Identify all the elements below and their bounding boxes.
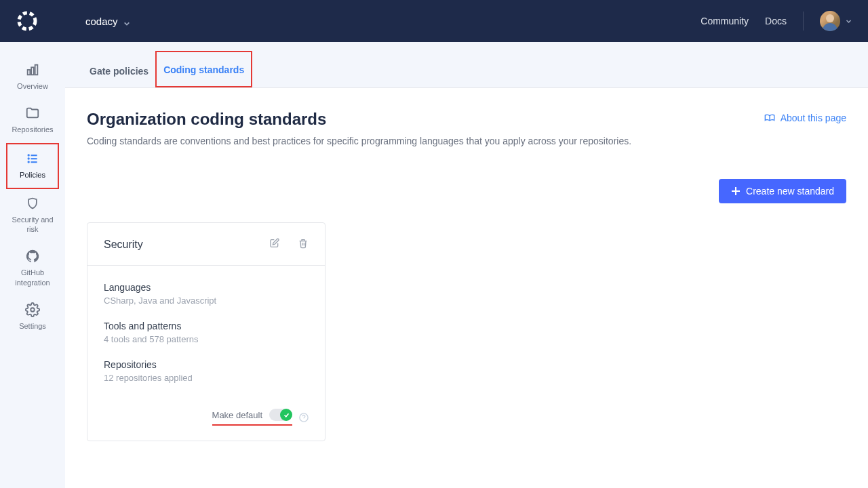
svg-point-8 [28, 161, 30, 163]
delete-button[interactable] [298, 238, 309, 251]
sidebar-item-label: Settings [19, 321, 46, 331]
action-row: Create new standard [87, 179, 846, 203]
tab-bar: Gate policies Coding standards [65, 42, 868, 88]
content: Organization coding standards Coding sta… [65, 88, 868, 463]
card-header: Security [87, 223, 325, 266]
sidebar-item-label: Security and risk [9, 215, 56, 235]
make-default-toggle[interactable] [269, 409, 292, 421]
svg-rect-1 [28, 70, 31, 75]
sidebar-item-label: Repositories [12, 125, 53, 134]
card-title: Security [104, 239, 143, 251]
make-default-control: Make default [212, 409, 292, 426]
svg-point-0 [19, 13, 35, 29]
field-value: 12 repositories applied [104, 373, 309, 383]
edit-button[interactable] [269, 238, 280, 251]
field-label: Repositories [104, 359, 309, 370]
sidebar-item-label: GitHub integration [9, 268, 56, 287]
org-selector[interactable]: codacy [85, 16, 130, 27]
svg-rect-5 [31, 155, 37, 156]
create-new-standard-button[interactable]: Create new standard [719, 179, 846, 203]
docs-link[interactable]: Docs [765, 16, 787, 26]
tab-coding-standards[interactable]: Coding standards [155, 51, 252, 87]
sidebar-item-repositories[interactable]: Repositories [6, 99, 59, 142]
svg-rect-9 [31, 161, 37, 163]
field-languages: Languages CSharp, Java and Javascript [104, 282, 309, 306]
plus-icon [731, 186, 741, 196]
page-description: Coding standards are conventions and bes… [87, 136, 631, 146]
field-label: Languages [104, 282, 309, 293]
logo-area: codacy [16, 10, 130, 32]
card-footer: Make default [87, 402, 325, 441]
about-this-page-label: About this page [781, 113, 846, 123]
bar-chart-icon [25, 62, 40, 77]
sidebar-item-github[interactable]: GitHub integration [6, 242, 59, 296]
org-name: codacy [85, 16, 118, 27]
sidebar: Overview Repositories Policies Security … [0, 42, 65, 488]
chevron-down-icon [123, 18, 130, 24]
folder-icon [25, 106, 40, 121]
main: Gate policies Coding standards Organizat… [65, 42, 868, 488]
field-repositories: Repositories 12 repositories applied [104, 359, 309, 383]
sidebar-item-settings[interactable]: Settings [6, 296, 59, 339]
sidebar-item-label: Overview [17, 81, 48, 91]
card-actions [269, 238, 309, 251]
page-title: Organization coding standards [87, 110, 631, 129]
chevron-down-icon [846, 16, 852, 26]
list-icon [25, 151, 40, 166]
community-link[interactable]: Community [701, 16, 749, 26]
page-header: Organization coding standards Coding sta… [87, 110, 846, 146]
topbar-divider [803, 12, 804, 30]
sidebar-item-label: Policies [20, 170, 45, 180]
gear-icon [25, 302, 40, 317]
book-icon [764, 113, 775, 123]
standard-card: Security Languages CSharp, Java and Java… [87, 222, 326, 441]
help-icon[interactable] [299, 413, 309, 422]
svg-point-10 [31, 308, 35, 312]
user-menu[interactable] [820, 11, 852, 31]
svg-rect-3 [35, 65, 38, 75]
field-label: Tools and patterns [104, 321, 309, 331]
topbar: codacy Community Docs [0, 0, 868, 42]
field-value: CSharp, Java and Javascript [104, 296, 309, 306]
sidebar-item-overview[interactable]: Overview [6, 56, 59, 99]
avatar [820, 11, 840, 31]
svg-rect-2 [31, 67, 34, 75]
page-header-text: Organization coding standards Coding sta… [87, 110, 631, 146]
tab-gate-policies[interactable]: Gate policies [83, 54, 155, 87]
github-icon [25, 249, 40, 264]
shield-icon [25, 196, 40, 211]
card-body: Languages CSharp, Java and Javascript To… [87, 266, 325, 402]
field-value: 4 tools and 578 patterns [104, 334, 309, 344]
field-tools: Tools and patterns 4 tools and 578 patte… [104, 321, 309, 344]
check-icon [283, 412, 290, 418]
svg-point-4 [28, 154, 30, 156]
create-button-label: Create new standard [746, 186, 834, 197]
about-this-page-link[interactable]: About this page [764, 113, 846, 123]
sidebar-item-policies[interactable]: Policies [6, 143, 59, 189]
svg-rect-7 [31, 158, 37, 159]
svg-point-6 [28, 157, 30, 159]
sidebar-item-security[interactable]: Security and risk [6, 189, 59, 243]
logo-icon[interactable] [16, 10, 38, 32]
toggle-knob [280, 409, 292, 421]
make-default-label: Make default [212, 410, 262, 420]
topbar-right: Community Docs [701, 11, 852, 31]
